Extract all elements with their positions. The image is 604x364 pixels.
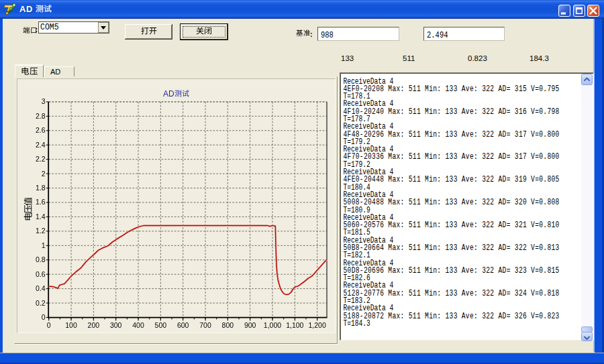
- svg-text:5188-20872 Max: 511 Min: 133: 5188-20872 Max: 511 Min: 133 Ave: 322 AD…: [344, 311, 560, 320]
- svg-text:700: 700: [199, 321, 211, 329]
- svg-text:5060-20576 Max: 511 Min: 133: 5060-20576 Max: 511 Min: 133 Ave: 322 AD…: [344, 221, 560, 230]
- svg-text:4F70-20336 Max: 511 Min: 133: 4F70-20336 Max: 511 Min: 133 Ave: 322 AD…: [344, 152, 560, 162]
- svg-text:900: 900: [244, 321, 256, 329]
- svg-text:1: 1: [42, 241, 46, 249]
- svg-text:T=184.3: T=184.3: [344, 319, 370, 328]
- svg-text:4F48-20296 Max: 511 Min: 133: 4F48-20296 Max: 511 Min: 133 Ave: 322 AD…: [344, 129, 560, 139]
- svg-text:4FE0-20448 Max: 511 Min: 133: 4FE0-20448 Max: 511 Min: 133 Ave: 322 AD…: [344, 175, 560, 184]
- svg-text:500: 500: [155, 321, 167, 329]
- svg-text:0.4: 0.4: [36, 284, 46, 292]
- svg-text:50D8-20696 Max: 511 Min: 133: 50D8-20696 Max: 511 Min: 133 Ave: 322 AD…: [344, 266, 560, 276]
- svg-text:1,200: 1,200: [309, 321, 326, 329]
- svg-text:4F10-20240 Max: 511 Min: 133: 4F10-20240 Max: 511 Min: 133 Ave: 322 AD…: [344, 107, 560, 117]
- svg-text:2.8: 2.8: [36, 112, 46, 120]
- svg-text:1,000: 1,000: [264, 321, 281, 329]
- svg-text:600: 600: [177, 321, 189, 329]
- svg-text:3: 3: [42, 97, 46, 105]
- svg-text:1.4: 1.4: [36, 213, 46, 221]
- svg-text:2: 2: [42, 170, 46, 178]
- svg-text:4EF0-20208 Max: 511 Min: 133: 4EF0-20208 Max: 511 Min: 133 Ave: 322 AD…: [344, 84, 560, 94]
- svg-text:300: 300: [110, 321, 122, 329]
- svg-text:0.8: 0.8: [36, 255, 46, 263]
- svg-text:100: 100: [65, 321, 77, 329]
- svg-text:1.6: 1.6: [36, 198, 46, 206]
- svg-text:50B8-20664 Max: 511 Min: 133: 50B8-20664 Max: 511 Min: 133 Ave: 322 AD…: [344, 243, 560, 253]
- svg-text:0.2: 0.2: [36, 299, 46, 307]
- svg-text:400: 400: [132, 321, 144, 329]
- svg-text:0: 0: [42, 313, 46, 321]
- svg-text:2.4: 2.4: [36, 141, 46, 149]
- svg-text:2.2: 2.2: [36, 155, 46, 163]
- svg-text:2.6: 2.6: [36, 126, 46, 134]
- svg-text:1,100: 1,100: [286, 321, 303, 329]
- svg-text:0.6: 0.6: [36, 270, 46, 278]
- svg-text:5008-20488 Max: 511 Min: 133: 5008-20488 Max: 511 Min: 133 Ave: 322 AD…: [344, 198, 560, 207]
- svg-text:5128-20776 Max: 511 Min: 133: 5128-20776 Max: 511 Min: 133 Ave: 322 AD…: [344, 288, 560, 298]
- svg-text:1.2: 1.2: [36, 227, 46, 235]
- svg-text:200: 200: [88, 321, 100, 329]
- svg-text:800: 800: [222, 321, 234, 329]
- svg-text:1.8: 1.8: [36, 184, 46, 192]
- svg-text:0: 0: [47, 321, 51, 329]
